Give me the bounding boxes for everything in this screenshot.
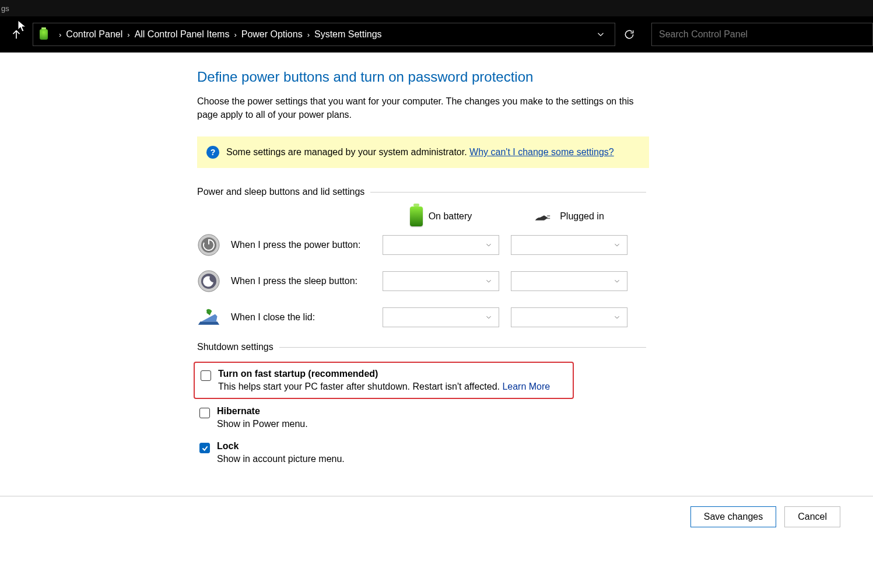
laptop-lid-icon — [197, 306, 220, 329]
chevron-down-icon — [595, 29, 606, 40]
power-button-battery-select[interactable] — [383, 235, 499, 255]
option-description: Show in Power menu. — [217, 419, 308, 429]
info-link[interactable]: Why can't I change some settings? — [469, 147, 614, 157]
breadcrumb-system-settings[interactable]: System Settings — [314, 29, 382, 40]
learn-more-link[interactable]: Learn More — [502, 382, 550, 391]
row-label: When I press the sleep button: — [231, 276, 383, 286]
chevron-right-icon: › — [234, 30, 236, 39]
refresh-button[interactable] — [615, 23, 643, 46]
chevron-down-icon — [613, 313, 621, 321]
cancel-button[interactable]: Cancel — [784, 506, 840, 527]
admin-info-banner: ? Some settings are managed by your syst… — [197, 136, 649, 168]
option-description: This helps start your PC faster after sh… — [218, 382, 550, 392]
divider — [370, 192, 646, 192]
section-power-buttons: Power and sleep buttons and lid settings — [197, 187, 646, 197]
breadcrumb-all-items[interactable]: All Control Panel Items — [135, 29, 230, 40]
column-label: Plugged in — [560, 211, 604, 222]
lock-checkbox[interactable] — [199, 443, 210, 453]
chevron-down-icon — [485, 277, 493, 285]
chevron-right-icon: › — [307, 30, 310, 39]
section-shutdown: Shutdown settings — [197, 342, 646, 352]
close-lid-plugged-select[interactable] — [511, 307, 627, 327]
divider — [279, 347, 646, 348]
fast-startup-checkbox[interactable] — [201, 370, 211, 381]
row-label: When I close the lid: — [231, 312, 383, 323]
chevron-down-icon — [613, 241, 621, 249]
search-input[interactable] — [652, 29, 872, 40]
row-power-button: When I press the power button: — [197, 233, 646, 257]
address-bar[interactable]: › Control Panel › All Control Panel Item… — [33, 23, 615, 46]
info-icon: ? — [206, 146, 219, 159]
row-close-lid: When I close the lid: — [197, 306, 646, 329]
info-text: Some settings are managed by your system… — [226, 147, 614, 158]
power-options-icon — [33, 29, 54, 40]
main-content: Define power buttons and turn on passwor… — [197, 69, 646, 467]
chevron-down-icon — [485, 313, 493, 321]
option-description: Show in account picture menu. — [217, 454, 345, 464]
up-arrow-icon — [10, 28, 23, 41]
svg-rect-0 — [547, 216, 550, 217]
option-title: Turn on fast startup (recommended) — [218, 369, 550, 379]
plug-icon — [534, 209, 554, 223]
column-plugged-in: Plugged in — [511, 209, 627, 223]
section-legend-label: Power and sleep buttons and lid settings — [197, 187, 364, 197]
option-fast-startup: Turn on fast startup (recommended) This … — [194, 362, 574, 399]
sleep-button-battery-select[interactable] — [383, 271, 499, 291]
chevron-right-icon: › — [59, 30, 61, 39]
power-button-icon — [197, 233, 220, 257]
svg-rect-1 — [547, 218, 550, 219]
option-lock: Lock Show in account picture menu. — [196, 439, 646, 467]
address-navbar: › Control Panel › All Control Panel Item… — [0, 16, 873, 52]
search-box[interactable] — [651, 23, 873, 46]
power-button-plugged-select[interactable] — [511, 235, 627, 255]
save-button[interactable]: Save changes — [690, 506, 776, 527]
chevron-down-icon — [485, 241, 493, 249]
window-titlebar: gs — [0, 0, 873, 16]
battery-icon — [410, 206, 423, 226]
row-sleep-button: When I press the sleep button: — [197, 270, 646, 293]
option-title: Lock — [217, 441, 345, 452]
check-icon — [201, 444, 209, 452]
section-legend-label: Shutdown settings — [197, 342, 274, 352]
refresh-icon — [623, 29, 635, 40]
up-button[interactable] — [0, 16, 33, 52]
close-lid-battery-select[interactable] — [383, 307, 499, 327]
page-title: Define power buttons and turn on passwor… — [197, 69, 646, 85]
hibernate-checkbox[interactable] — [199, 408, 210, 418]
column-label: On battery — [429, 211, 472, 222]
breadcrumb-control-panel[interactable]: Control Panel — [66, 29, 122, 40]
sleep-button-icon — [197, 270, 220, 293]
chevron-down-icon — [613, 277, 621, 285]
option-title: Hibernate — [217, 406, 308, 416]
sleep-button-plugged-select[interactable] — [511, 271, 627, 291]
info-message: Some settings are managed by your system… — [226, 147, 469, 157]
page-description: Choose the power settings that you want … — [197, 94, 640, 121]
option-hibernate: Hibernate Show in Power menu. — [196, 404, 646, 432]
title-text: gs — [1, 4, 9, 13]
column-headers: On battery Plugged in — [197, 206, 646, 226]
breadcrumb-power-options[interactable]: Power Options — [241, 29, 303, 40]
row-label: When I press the power button: — [231, 240, 383, 250]
column-on-battery: On battery — [383, 206, 499, 226]
footer: Save changes Cancel — [0, 496, 873, 537]
address-history-dropdown[interactable] — [587, 23, 615, 46]
chevron-right-icon: › — [127, 30, 129, 39]
